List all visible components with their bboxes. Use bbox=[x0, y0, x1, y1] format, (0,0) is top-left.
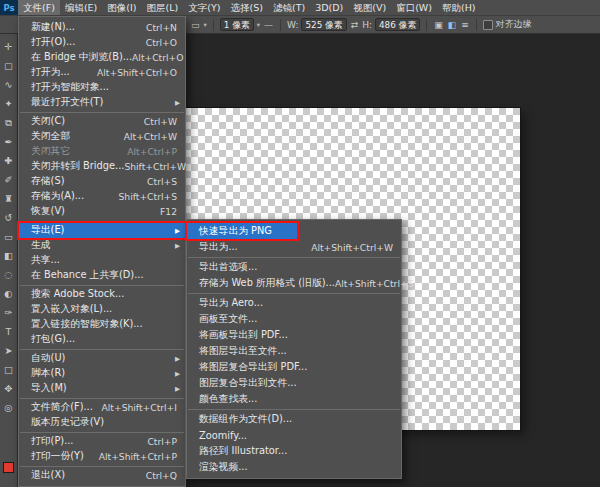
file-menu-item-close-others[interactable]: 关闭其它Alt+Ctrl+P bbox=[19, 144, 185, 159]
file-menu-item-new[interactable]: 新建(N)...Ctrl+N bbox=[19, 20, 185, 35]
menubar-item-view[interactable]: 视图(V) bbox=[348, 0, 391, 15]
menubar-item-layer[interactable]: 图层(L) bbox=[142, 0, 184, 15]
file-menu-item-search-adobe-stock[interactable]: 搜索 Adobe Stock... bbox=[19, 287, 185, 302]
hand-tool-icon[interactable]: ✥ bbox=[1, 379, 17, 398]
export-submenu-item-artboards-to-pdf[interactable]: 将画板导出到 PDF... bbox=[187, 327, 401, 343]
export-submenu-item-layer-comps-to-files[interactable]: 图层复合导出到文件... bbox=[187, 375, 401, 391]
menu-item-shortcut: Alt+Shift+Ctrl+P bbox=[99, 451, 177, 462]
export-submenu-item-export-preferences[interactable]: 导出首选项... bbox=[187, 259, 401, 275]
history-brush-tool-icon[interactable]: ↺ bbox=[1, 208, 17, 227]
path-arrangement-icon[interactable]: ≡ bbox=[460, 20, 470, 30]
file-menu-item-save[interactable]: 存储(S)Ctrl+S bbox=[19, 174, 185, 189]
chevron-down-icon[interactable]: ▾ bbox=[257, 21, 260, 29]
export-submenu-item-zoomify[interactable]: Zoomify... bbox=[187, 427, 401, 443]
width-field[interactable]: 525 像素 bbox=[301, 18, 346, 31]
file-menu-item-share[interactable]: 共享... bbox=[19, 253, 185, 268]
menu-separator bbox=[20, 112, 184, 113]
menubar-item-help[interactable]: 帮助(H) bbox=[437, 0, 481, 15]
file-menu-item-revert[interactable]: 恢复(V)F12 bbox=[19, 204, 185, 219]
menu-item-label: 关闭(C) bbox=[31, 115, 65, 128]
export-submenu-item-color-lookup-tables[interactable]: 颜色查找表... bbox=[187, 391, 401, 407]
file-menu-item-share-on-behance[interactable]: 在 Behance 上共享(D)... bbox=[19, 268, 185, 283]
file-menu-item-package[interactable]: 打包(G)... bbox=[19, 332, 185, 347]
eyedropper-tool-icon[interactable]: ✒ bbox=[1, 132, 17, 151]
menu-item-label: 版本历史记录(V) bbox=[31, 416, 104, 429]
menubar-item-select[interactable]: 选择(S) bbox=[225, 0, 267, 15]
shape-tool-preset-icon[interactable]: ▭ bbox=[190, 20, 201, 30]
clone-stamp-tool-icon[interactable]: ♜ bbox=[1, 189, 17, 208]
file-menu-item-close[interactable]: 关闭(C)Ctrl+W bbox=[19, 114, 185, 129]
divider bbox=[280, 19, 281, 31]
export-submenu-item-save-for-web[interactable]: 存储为 Web 所用格式 (旧版)...Alt+Shift+Ctrl+S bbox=[187, 275, 401, 291]
chevron-down-icon[interactable]: ▾ bbox=[204, 21, 207, 29]
export-submenu-item-layer-comps-to-pdf[interactable]: 将图层复合导出到 PDF... bbox=[187, 359, 401, 375]
menu-item-label: 关闭并转到 Bridge... bbox=[31, 160, 124, 173]
file-menu-item-automate[interactable]: 自动(U)▶ bbox=[19, 351, 185, 366]
file-menu-item-generate[interactable]: 生成▶ bbox=[19, 238, 185, 253]
export-submenu-item-export-as[interactable]: 导出为...Alt+Shift+Ctrl+W bbox=[187, 239, 401, 255]
menu-item-label: 新建(N)... bbox=[31, 21, 75, 34]
file-menu-item-exit[interactable]: 退出(X)Ctrl+Q bbox=[19, 468, 185, 483]
menubar-item-type[interactable]: 文字(Y) bbox=[183, 0, 225, 15]
brush-tool-icon[interactable]: ✐ bbox=[1, 170, 17, 189]
file-menu-item-save-as[interactable]: 存储为(A)...Shift+Ctrl+S bbox=[19, 189, 185, 204]
type-tool-icon[interactable]: T bbox=[1, 322, 17, 341]
file-menu-item-open-as-smart-object[interactable]: 打开为智能对象... bbox=[19, 80, 185, 95]
marquee-tool-icon[interactable]: ▢ bbox=[1, 56, 17, 75]
zoom-tool-icon[interactable]: ◎ bbox=[1, 398, 17, 417]
rectangle-tool-icon[interactable]: □ bbox=[1, 360, 17, 379]
boolean-operations-icon[interactable]: ▣ bbox=[433, 20, 444, 30]
file-menu-item-import[interactable]: 导入(M)▶ bbox=[19, 381, 185, 396]
menu-item-label: 自动(U) bbox=[31, 352, 65, 365]
export-submenu-item-quick-export-png[interactable]: 快速导出为 PNG bbox=[187, 223, 297, 239]
eraser-tool-icon[interactable]: ▭ bbox=[1, 227, 17, 246]
stroke-width-field[interactable]: 1 像素 bbox=[220, 18, 254, 31]
export-submenu-item-render-video[interactable]: 渲染视频... bbox=[187, 459, 401, 475]
export-submenu-item-artboards-to-files[interactable]: 画板至文件... bbox=[187, 311, 401, 327]
file-menu-item-scripts[interactable]: 脚本(R)▶ bbox=[19, 366, 185, 381]
menubar-item-image[interactable]: 图像(I) bbox=[102, 0, 141, 15]
menubar-item-file[interactable]: 文件(F) bbox=[18, 0, 60, 15]
file-menu-item-open-recent[interactable]: 最近打开文件(T)▶ bbox=[19, 95, 185, 110]
menubar-item-3d[interactable]: 3D(D) bbox=[310, 0, 348, 15]
height-label: H: bbox=[362, 20, 372, 30]
path-selection-tool-icon[interactable]: ➤ bbox=[1, 341, 17, 360]
move-tool-icon[interactable]: ✛ bbox=[1, 37, 17, 56]
file-menu-item-export[interactable]: 导出(E)▶ bbox=[19, 223, 185, 238]
crop-tool-icon[interactable]: ⧉ bbox=[1, 113, 17, 132]
menubar-item-edit[interactable]: 编辑(E) bbox=[60, 0, 102, 15]
export-submenu-item-export-as-aero[interactable]: 导出为 Aero... bbox=[187, 295, 401, 311]
file-menu-item-place-linked[interactable]: 置入链接的智能对象(K)... bbox=[19, 317, 185, 332]
file-menu-item-place-embedded[interactable]: 置入嵌入对象(L)... bbox=[19, 302, 185, 317]
pen-tool-icon[interactable]: ✑ bbox=[1, 303, 17, 322]
file-menu-item-browse-in-bridge[interactable]: 在 Bridge 中浏览(B)...Alt+Ctrl+O bbox=[19, 50, 185, 65]
file-menu-item-close-all[interactable]: 关闭全部Alt+Ctrl+W bbox=[19, 129, 185, 144]
menubar-item-window[interactable]: 窗口(W) bbox=[391, 0, 437, 15]
foreground-color-swatch[interactable] bbox=[3, 462, 14, 473]
menu-separator bbox=[20, 466, 184, 467]
submenu-arrow-icon: ▶ bbox=[175, 242, 180, 250]
lasso-tool-icon[interactable]: ∿ bbox=[1, 75, 17, 94]
menubar-item-filter[interactable]: 滤镜(T) bbox=[268, 0, 310, 15]
stroke-type-icon[interactable]: — bbox=[263, 20, 274, 30]
height-field[interactable]: 486 像素 bbox=[375, 18, 420, 31]
file-menu-item-file-info[interactable]: 文件简介(F)...Alt+Shift+Ctrl+I bbox=[19, 400, 185, 415]
menu-item-label: 将图层导出至文件... bbox=[199, 345, 287, 358]
dodge-tool-icon[interactable]: ◐ bbox=[1, 284, 17, 303]
quick-selection-tool-icon[interactable]: ✦ bbox=[1, 94, 17, 113]
export-submenu-item-layers-to-files[interactable]: 将图层导出至文件... bbox=[187, 343, 401, 359]
file-menu-item-open[interactable]: 打开(O)...Ctrl+O bbox=[19, 35, 185, 50]
file-menu-item-print[interactable]: 打印(P)...Ctrl+P bbox=[19, 434, 185, 449]
export-submenu-item-data-sets-as-files[interactable]: 数据组作为文件(D)... bbox=[187, 411, 401, 427]
file-menu-item-print-one-copy[interactable]: 打印一份(Y)Alt+Shift+Ctrl+P bbox=[19, 449, 185, 464]
link-dimensions-icon[interactable]: ⇄ bbox=[350, 20, 360, 30]
gradient-tool-icon[interactable]: ◧ bbox=[1, 246, 17, 265]
align-edges-checkbox[interactable] bbox=[483, 20, 493, 30]
path-alignment-icon[interactable]: ◧ bbox=[447, 20, 458, 30]
file-menu-item-open-as[interactable]: 打开为...Alt+Shift+Ctrl+O bbox=[19, 65, 185, 80]
file-menu-item-version-history[interactable]: 版本历史记录(V) bbox=[19, 415, 185, 430]
healing-brush-tool-icon[interactable]: ✚ bbox=[1, 151, 17, 170]
blur-tool-icon[interactable]: ◌ bbox=[1, 265, 17, 284]
file-menu-item-close-and-go-to-bridge[interactable]: 关闭并转到 Bridge...Shift+Ctrl+W bbox=[19, 159, 185, 174]
export-submenu-item-paths-to-illustrator[interactable]: 路径到 Illustrator... bbox=[187, 443, 401, 459]
